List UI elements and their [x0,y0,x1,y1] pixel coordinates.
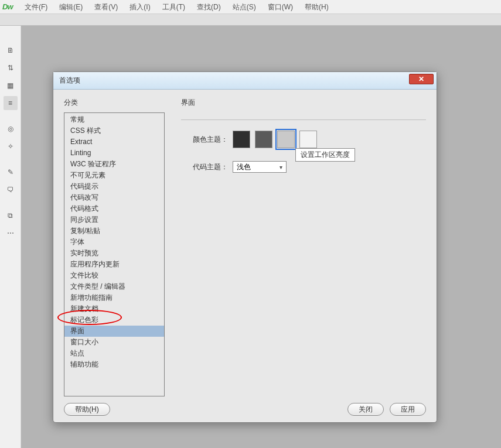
color-swatch[interactable] [233,131,250,148]
menu-item[interactable]: 插入(I) [124,0,156,14]
target-icon[interactable]: ◎ [4,122,18,136]
menu-item[interactable]: 查找(D) [191,0,227,14]
category-list[interactable]: 常规CSS 样式ExtractLintingW3C 验证程序不可见元素代码提示代… [64,112,165,396]
align-icon[interactable]: ≡ [4,96,18,110]
dropdown-value: 浅色 [237,162,251,172]
category-item[interactable]: 常规 [64,114,164,125]
category-item[interactable]: 文件比较 [64,270,164,281]
category-item[interactable]: 辅助功能 [64,359,164,370]
code-theme-label: 代码主题： [181,162,233,172]
category-item[interactable]: 标记色彩 [64,314,164,326]
category-item[interactable]: 新建文档 [64,303,164,314]
category-label: 分类 [64,98,165,108]
wand-icon[interactable]: ✧ [4,139,18,153]
divider [181,119,426,120]
code-theme-dropdown[interactable]: 浅色 ▾ [233,161,287,173]
chevron-down-icon: ▾ [280,164,282,170]
category-item[interactable]: 代码提示 [64,181,164,192]
swatch-tooltip: 设置工作区亮度 [295,148,355,162]
help-button[interactable]: 帮助(H) [64,403,110,416]
category-item[interactable]: 代码格式 [64,203,164,214]
menu-item[interactable]: 文件(F) [19,0,53,14]
menu-item[interactable]: 站点(S) [227,0,262,14]
color-swatches [233,131,317,148]
secondary-strip [0,14,501,26]
menu-item[interactable]: 查看(V) [88,0,124,14]
dialog-close-button[interactable]: ✕ [409,74,434,84]
category-item[interactable]: 新增功能指南 [64,292,164,303]
color-theme-label: 颜色主题： [181,135,233,145]
more-icon[interactable]: ⋯ [4,226,18,240]
image-icon[interactable]: ▦ [4,78,18,93]
category-item[interactable]: 界面 [64,326,164,337]
category-item[interactable]: 实时预览 [64,248,164,259]
tool-sidebar: 🗎⇅▦≡◎✧✎🗨⧉⋯ [0,26,21,448]
category-item[interactable]: 同步设置 [64,214,164,225]
category-item[interactable]: W3C 验证程序 [64,159,164,170]
updown-icon[interactable]: ⇅ [4,61,18,75]
dialog-footer: 帮助(H) 关闭 应用 [53,396,437,422]
dialog-title: 首选项 [59,76,80,86]
brush-icon[interactable]: ✎ [4,165,18,179]
preferences-dialog: 首选项 ✕ 分类 常规CSS 样式ExtractLintingW3C 验证程序不… [53,71,437,423]
category-item[interactable]: 不可见元素 [64,170,164,181]
category-item[interactable]: CSS 样式 [64,125,164,136]
close-button[interactable]: 关闭 [347,403,384,416]
apply-button[interactable]: 应用 [390,403,426,416]
color-swatch[interactable] [277,131,295,148]
dialog-titlebar[interactable]: 首选项 ✕ [53,72,437,90]
category-item[interactable]: 文件类型 / 编辑器 [64,281,164,292]
menu-bar: Dw 文件(F)编辑(E)查看(V)插入(I)工具(T)查找(D)站点(S)窗口… [0,0,501,14]
category-item[interactable]: Extract [64,136,164,148]
menu-item[interactable]: 窗口(W) [262,0,299,14]
category-item[interactable]: 代码改写 [64,192,164,203]
panel-title: 界面 [181,98,426,108]
menu-item[interactable]: 编辑(E) [53,0,88,14]
category-item[interactable]: 窗口大小 [64,337,164,348]
menu-item[interactable]: 帮助(H) [299,0,335,14]
file-icon[interactable]: 🗎 [4,43,18,57]
category-item[interactable]: 站点 [64,348,164,359]
category-item[interactable]: Linting [64,148,164,159]
color-swatch[interactable] [299,131,317,148]
comment-icon[interactable]: 🗨 [4,183,18,197]
category-item[interactable]: 复制/粘贴 [64,225,164,237]
color-swatch[interactable] [255,131,272,148]
category-item[interactable]: 应用程序内更新 [64,259,164,270]
category-item[interactable]: 字体 [64,237,164,248]
menu-item[interactable]: 工具(T) [156,0,191,14]
chart-icon[interactable]: ⧉ [4,208,18,223]
app-logo: Dw [2,2,19,11]
